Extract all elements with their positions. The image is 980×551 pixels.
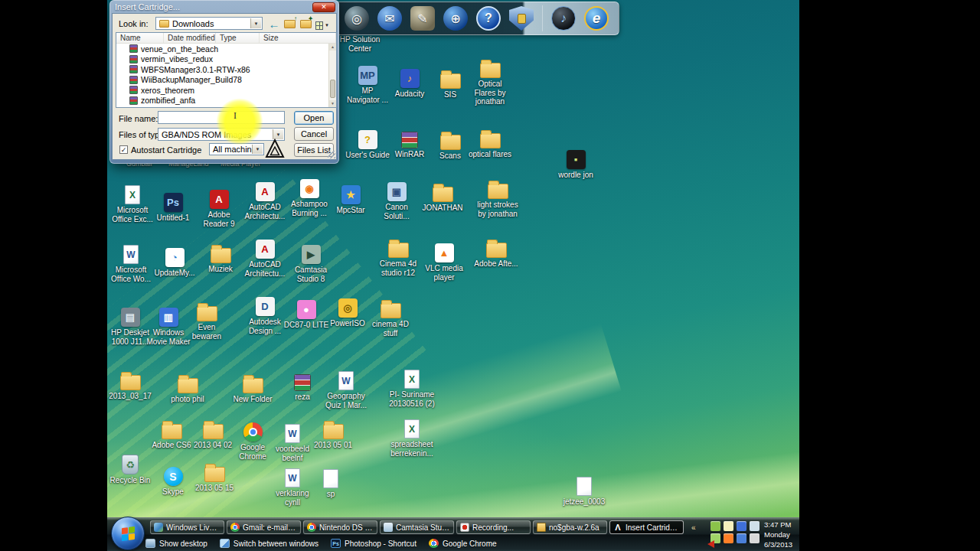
pencil-cup-icon[interactable]: ✎ — [410, 6, 435, 31]
desktop-icon-2013-05-01[interactable]: 2013 05 01 — [310, 419, 356, 450]
desktop-icon-skype[interactable]: SSkype — [150, 465, 196, 497]
taskbar-button-camtasia-studio[interactable]: Camtasia Studio -... — [380, 520, 454, 534]
desktop-icon-microsoft-office-exc[interactable]: XMicrosoft Office Exc... — [109, 184, 155, 223]
desktop-icon-autodesk-design[interactable]: DAutodesk Design ... — [242, 295, 288, 335]
desktop-icon-pi-suriname-20130516-2[interactable]: XPI- Suriname 20130516 (2) — [389, 368, 435, 408]
desktop-icon-even-bewaren[interactable]: Even bewaren — [184, 302, 230, 341]
quicklaunch-switch-between-windows[interactable]: Switch between windows — [220, 539, 318, 548]
desktop-icon-photo-phil[interactable]: photo phil — [165, 373, 211, 404]
close-icon[interactable]: ✕ — [312, 2, 335, 12]
view-menu-icon[interactable]: ▼ — [315, 18, 329, 32]
desktop-icon-cinema-4d-stuff[interactable]: cinema 4D stuff — [368, 298, 413, 337]
internet-globe-icon[interactable]: ⊕ — [443, 6, 468, 31]
up-one-level-icon[interactable]: ↑ — [283, 17, 296, 31]
desktop-icon-jonathan[interactable]: JONATHAN — [420, 182, 466, 213]
scrollbar[interactable]: ▲ ▼ — [328, 44, 336, 107]
scroll-down-icon[interactable]: ▼ — [329, 100, 336, 107]
taskbar-button-recording[interactable]: Recording... — [456, 520, 531, 534]
desktop-icon-adobe-reader-9[interactable]: AAdobe Reader 9 — [196, 188, 242, 228]
scroll-up-icon[interactable]: ▲ — [329, 44, 336, 51]
desktop-icon-audacity[interactable]: ♪Audacity — [387, 67, 433, 99]
desktop-icon-autocad-architectu[interactable]: AAutoCAD Architectu... — [242, 181, 288, 220]
column-date-modified[interactable]: Date modified — [164, 33, 216, 43]
desktop-icon-optical-flares[interactable]: optical flares — [467, 129, 513, 159]
desktop-icon-2013-03-17[interactable]: 2013_03_17 — [107, 370, 153, 401]
tray-expand-icon[interactable]: « — [691, 523, 696, 532]
new-folder-icon[interactable]: ✦ — [299, 17, 312, 31]
tray-calendar-icon[interactable] — [737, 521, 746, 531]
desktop-icon-ashampoo-burning[interactable]: ◉Ashampoo Burning ... — [286, 178, 332, 217]
security-shield-icon[interactable] — [509, 6, 534, 31]
clock[interactable]: 3:47 PM Monday 6/3/2013 — [764, 520, 799, 549]
tray-volume-icon[interactable] — [750, 533, 760, 543]
desktop-icon-jetzee-0003[interactable]: jetzee_0003 — [561, 475, 607, 507]
desktop-icon-muziek[interactable]: Muziek — [198, 243, 243, 274]
file-row-zombified-anfa[interactable]: zombified_anfa — [116, 96, 336, 106]
look-in-combobox[interactable]: Downloads ▼ — [155, 17, 263, 30]
desktop-icon-2013-05-15[interactable]: 2013 05 15 — [191, 462, 237, 493]
desktop-icon-autocad-architectu[interactable]: AAutoCAD Architectu... — [242, 238, 288, 278]
quicklaunch-photoshop-shortcut[interactable]: PsPhotoshop - Shortcut — [331, 539, 416, 548]
taskbar-button-gmail-e-mail-van[interactable]: Gmail: e-mail van... — [227, 520, 301, 534]
column-name[interactable]: Name — [116, 33, 164, 43]
desktop-icon-user-s-guide[interactable]: ?User's Guide — [345, 129, 390, 160]
file-name-input[interactable] — [158, 111, 285, 124]
open-button[interactable]: Open — [294, 111, 334, 125]
windows-mail-icon[interactable]: ✉ — [377, 6, 402, 31]
desktop-icon-dc87-0-lite[interactable]: ●DC87-0 LITE — [283, 298, 329, 330]
file-row-wiibackupmanager-build78[interactable]: WiiBackupManager_Build78 — [116, 75, 336, 86]
back-icon[interactable]: ← — [267, 17, 281, 31]
taskbar-button-no-gba-w-2-6a[interactable]: no$gba-w.2.6a — [533, 520, 607, 534]
desktop-icon-canon-soluti[interactable]: ▣Canon Soluti... — [374, 181, 420, 220]
cancel-button[interactable]: Cancel — [294, 127, 334, 141]
taskbar-button-windows-live-me[interactable]: Windows Live Me... — [150, 520, 224, 534]
desktop-icon-updatemy[interactable]: ◔UpdateMy... — [152, 246, 198, 278]
desktop-icon-mp-navigator[interactable]: MPMP Navigator ... — [345, 64, 390, 104]
tray-scheduler-icon[interactable] — [737, 533, 746, 543]
taskbar-button-insert-cartridge[interactable]: ΛInsert Cartridge... — [609, 520, 684, 534]
internet-explorer-icon[interactable]: e — [584, 6, 609, 31]
tray-updater-icon[interactable] — [710, 521, 720, 531]
desktop-icon-adobe-afte[interactable]: Adobe Afte... — [473, 238, 519, 269]
start-button[interactable] — [111, 517, 145, 550]
desktop-icon-mpcstar[interactable]: ★MpcStar — [328, 184, 374, 215]
desktop-icon-optical-flares-by-jonathan[interactable]: Optical Flares by jonathan — [467, 58, 513, 106]
hp-camera-icon[interactable]: ◎ — [345, 6, 369, 31]
column-size[interactable]: Size — [260, 33, 336, 43]
taskbar-button-nintendo-ds-nd[interactable]: Nintendo DS / ND... — [303, 520, 377, 534]
desktop-icon-microsoft-office-wo[interactable]: WMicrosoft Office Wo... — [108, 243, 154, 283]
file-row-vermin-vibes-redux[interactable]: vermin_vibes_redux — [116, 54, 336, 65]
desktop-icon-camtasia-studio-8[interactable]: ▶Camtasia Studio 8 — [288, 243, 334, 283]
desktop-icon-voorbeeld-beelnf[interactable]: Wvoorbeeld beelnf — [270, 422, 315, 462]
chevron-down-icon[interactable]: ▼ — [250, 18, 261, 28]
file-row-venue-on-the-beach[interactable]: venue_on_the_beach — [116, 44, 336, 54]
tray-display-icon[interactable] — [750, 521, 760, 531]
desktop-icon-light-strokes-by-jonathan[interactable]: light strokes by jonathan — [475, 179, 521, 218]
desktop-icon-sis[interactable]: SIS — [427, 69, 473, 99]
scrollbar-thumb[interactable] — [330, 80, 335, 98]
audio-player-icon[interactable]: ♪ — [551, 6, 576, 31]
desktop-icon-recycle-bin[interactable]: ♻Recycle Bin — [107, 453, 153, 485]
dialog-titlebar[interactable]: Insert Cartridge... ✕ — [112, 0, 337, 13]
desktop-icon-cinema-4d-studio-r12[interactable]: Cinema 4d studio r12 — [375, 238, 421, 277]
desktop-icon-winrar[interactable]: WinRAR — [387, 129, 433, 159]
desktop-icon-new-folder[interactable]: New Folder — [230, 373, 276, 404]
desktop-icon-untitled-1[interactable]: PsUntitled-1 — [150, 191, 196, 223]
file-row-xeros-theorem[interactable]: xeros_theorem — [116, 85, 336, 96]
desktop-icon-geography-quiz-i-mar[interactable]: WGeography Quiz I Mar... — [323, 370, 369, 409]
desktop-icon-scans[interactable]: Scans — [427, 130, 473, 161]
desktop-icon-hp-solution-center[interactable]: HP Solution Center — [337, 34, 383, 53]
desktop-icon-vlc-media-player[interactable]: ▲VLC media player — [421, 242, 467, 282]
desktop-icon-spreadsheet-berrekenin[interactable]: Xspreadsheet berrekenin... — [389, 418, 435, 458]
help-icon[interactable]: ? — [476, 6, 501, 31]
file-row-wbfsmanager3-0-1-rtw-x86[interactable]: WBFSManager3.0.1-RTW-x86 — [116, 64, 336, 75]
autostart-checkbox[interactable]: ✓ — [119, 145, 128, 154]
desktop-icon-reza[interactable]: reza — [279, 371, 325, 402]
resize-grip[interactable] — [328, 151, 335, 158]
quicklaunch-show-desktop[interactable]: Show desktop — [145, 539, 207, 548]
desktop-icon-google-chrome[interactable]: Google Chrome — [230, 421, 276, 461]
tray-notes-icon[interactable] — [724, 521, 733, 531]
column-type[interactable]: Type — [216, 33, 260, 43]
chevron-down-icon[interactable]: ▼ — [252, 145, 263, 154]
quicklaunch-google-chrome[interactable]: Google Chrome — [429, 539, 497, 548]
